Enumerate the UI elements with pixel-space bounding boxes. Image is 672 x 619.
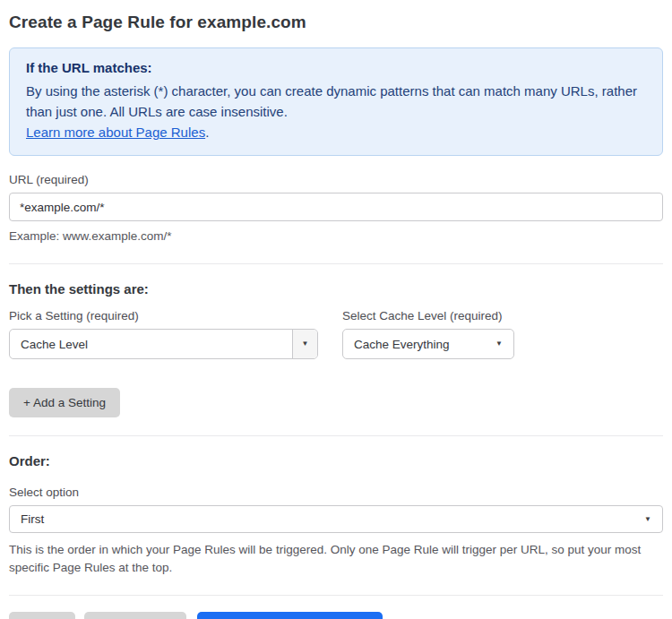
divider (9, 435, 663, 436)
order-helper-text: This is the order in which your Page Rul… (9, 541, 647, 577)
add-setting-button[interactable]: + Add a Setting (9, 388, 120, 417)
pick-setting-dropdown-button[interactable]: ▼ (293, 330, 317, 358)
order-selected-value: First (21, 512, 44, 526)
save-and-deploy-button[interactable]: Save and Deploy Page Rule (197, 612, 383, 619)
info-box-heading: If the URL matches: (26, 60, 646, 75)
settings-row: Pick a Setting (required) Cache Level ▼ … (9, 309, 663, 359)
cache-level-column: Select Cache Level (required) Cache Ever… (342, 309, 514, 359)
save-as-draft-button[interactable]: Save as Draft (84, 612, 186, 619)
pick-setting-selected-value: Cache Level (10, 330, 293, 358)
order-select[interactable]: First ▼ (9, 505, 663, 533)
pick-setting-select[interactable]: Cache Level ▼ (9, 329, 318, 359)
add-setting-wrap: + Add a Setting (9, 388, 663, 417)
settings-section-heading: Then the settings are: (9, 281, 663, 297)
url-field-label: URL (required) (9, 173, 663, 186)
chevron-down-icon: ▼ (644, 516, 651, 523)
url-field-helper: Example: www.example.com/* (9, 228, 663, 245)
cancel-button[interactable]: Cancel (9, 612, 75, 619)
pick-setting-label: Pick a Setting (required) (9, 309, 318, 322)
order-select-label: Select option (9, 486, 663, 499)
cache-level-selected-value: Cache Everything (354, 338, 450, 351)
cache-level-label: Select Cache Level (required) (342, 309, 514, 322)
url-match-info-box: If the URL matches: By using the asteris… (9, 47, 663, 156)
form-actions: Cancel Save as Draft Save and Deploy Pag… (9, 612, 663, 619)
learn-more-page-rules-link[interactable]: Learn more about Page Rules (26, 125, 205, 140)
chevron-down-icon: ▼ (302, 340, 309, 348)
order-section-heading: Order: (9, 453, 663, 469)
info-link-suffix: . (205, 125, 209, 140)
info-box-body: By using the asterisk (*) character, you… (26, 81, 639, 122)
cache-level-select[interactable]: Cache Everything ▼ (342, 329, 514, 359)
divider (9, 595, 663, 596)
url-input[interactable] (9, 193, 663, 221)
divider (9, 263, 663, 264)
chevron-down-icon: ▼ (495, 340, 503, 348)
page-title: Create a Page Rule for example.com (9, 13, 663, 32)
info-link-line: Learn more about Page Rules. (26, 122, 646, 142)
pick-setting-column: Pick a Setting (required) Cache Level ▼ (9, 309, 318, 359)
create-page-rule-form: Create a Page Rule for example.com If th… (0, 0, 672, 619)
